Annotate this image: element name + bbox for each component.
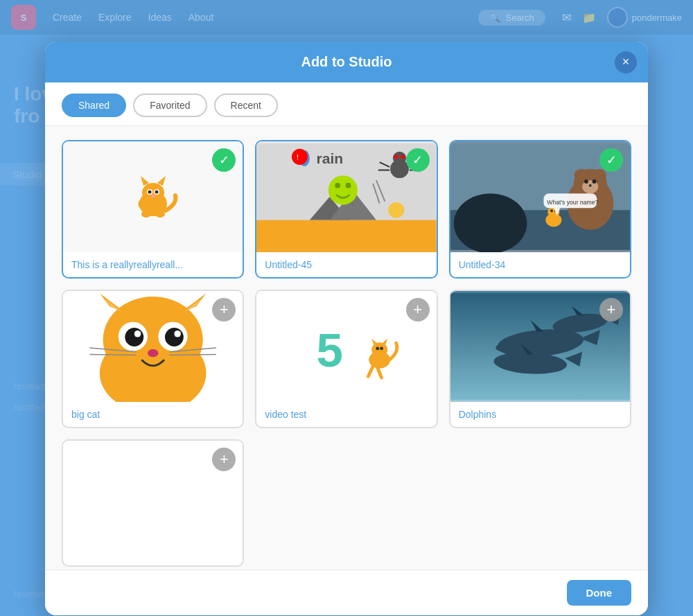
svg-text:!: ! — [297, 153, 299, 161]
svg-point-24 — [346, 183, 351, 188]
svg-point-44 — [584, 179, 588, 184]
svg-point-78 — [376, 346, 380, 350]
svg-point-63 — [125, 328, 143, 346]
add-to-studio-modal: Add to Studio × Shared Favorited Recent — [45, 42, 648, 615]
modal-title: Add to Studio — [301, 54, 392, 70]
svg-point-31 — [394, 155, 398, 159]
projects-grid: ✓ This is a reallyreallyreall... r — [62, 140, 631, 567]
tab-recent[interactable]: Recent — [214, 94, 278, 117]
project-name-2: Untitled-45 — [256, 252, 436, 277]
project-card-3[interactable]: What's your name? ✓ Untitled-34 — [449, 140, 631, 279]
modal-tabs: Shared Favorited Recent — [45, 82, 648, 126]
check-icon-2: ✓ — [406, 148, 430, 172]
svg-line-71 — [170, 355, 216, 355]
svg-text:rain: rain — [317, 150, 344, 166]
project-name-1: This is a reallyreallyreall... — [63, 252, 243, 277]
svg-point-32 — [401, 155, 405, 159]
svg-point-67 — [148, 349, 158, 358]
svg-point-3 — [142, 183, 164, 202]
svg-point-38 — [453, 193, 527, 252]
svg-point-12 — [155, 211, 165, 218]
project-card-2[interactable]: rain ! — [255, 140, 437, 279]
svg-point-66 — [174, 331, 181, 337]
svg-point-79 — [380, 346, 383, 350]
svg-point-10 — [151, 195, 155, 197]
project-card-7[interactable]: + — [62, 439, 244, 567]
modal-close-button[interactable]: × — [615, 51, 637, 73]
project-name-3: Untitled-34 — [450, 252, 630, 277]
svg-point-46 — [588, 184, 591, 187]
svg-point-33 — [389, 202, 405, 218]
svg-point-85 — [495, 344, 511, 352]
svg-point-9 — [155, 191, 158, 194]
svg-point-49 — [550, 209, 553, 212]
tab-shared[interactable]: Shared — [62, 94, 126, 117]
modal-footer: Done — [45, 570, 648, 615]
svg-point-65 — [134, 331, 141, 337]
add-button-5[interactable]: + — [406, 298, 430, 322]
svg-point-23 — [335, 183, 341, 188]
project-name-7 — [63, 552, 243, 565]
svg-point-64 — [165, 328, 184, 346]
svg-point-75 — [371, 342, 387, 357]
project-card-4[interactable]: + big cat — [62, 290, 244, 428]
svg-text:What's your name?: What's your name? — [547, 199, 598, 206]
modal-body: ✓ This is a reallyreallyreall... r — [45, 126, 648, 570]
svg-point-20 — [292, 149, 308, 165]
done-button[interactable]: Done — [567, 580, 632, 606]
svg-point-45 — [592, 179, 596, 184]
project-name-6: Dolphins — [450, 402, 630, 427]
svg-text:5: 5 — [317, 323, 343, 377]
tab-favorited[interactable]: Favorited — [133, 94, 207, 117]
svg-point-8 — [148, 191, 151, 194]
svg-line-69 — [89, 355, 136, 355]
add-button-6[interactable]: + — [599, 298, 623, 322]
svg-rect-15 — [256, 220, 436, 250]
check-icon-3: ✓ — [599, 148, 623, 172]
cat-sprite-1 — [125, 169, 181, 225]
project-card-1[interactable]: ✓ This is a reallyreallyreall... — [62, 140, 244, 279]
project-card-5[interactable]: 5 + vide — [255, 290, 437, 428]
project-name-4: big cat — [63, 402, 243, 427]
modal-header: Add to Studio × — [45, 42, 648, 82]
project-name-5: video test — [256, 402, 436, 427]
project-card-6[interactable]: + Dolphins — [449, 290, 631, 428]
svg-point-11 — [141, 211, 151, 218]
svg-point-22 — [328, 175, 358, 204]
